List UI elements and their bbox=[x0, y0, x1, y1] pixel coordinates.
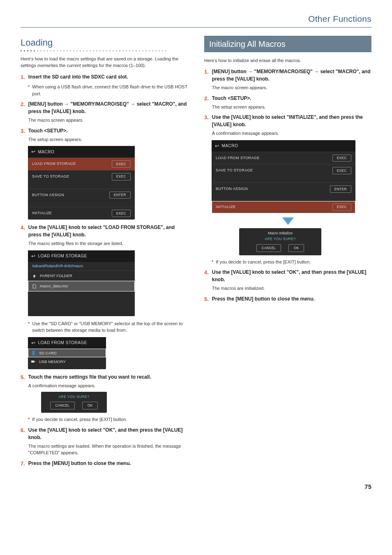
step-sub: The macro settings are loaded. When the … bbox=[28, 443, 188, 456]
panel-row: INITIALIZE EXEC bbox=[28, 207, 135, 220]
step-number: 3. bbox=[21, 127, 25, 143]
row-button: ENTER bbox=[109, 192, 131, 199]
panel-title: LOAD FROM STORAGE bbox=[38, 253, 87, 259]
note: * If you decide to cancel, press the [EX… bbox=[212, 259, 371, 266]
step: 3. Use the [VALUE] knob to select "INITI… bbox=[204, 113, 371, 137]
intro-text: Here's how to initialize and erase all t… bbox=[204, 57, 371, 64]
step: 2. [MENU] button → "MEMORY/MACRO/SEQ" → … bbox=[21, 100, 188, 124]
row-label: BUTTON ASSIGN bbox=[216, 186, 248, 192]
panel-title: MACRO bbox=[222, 143, 238, 149]
step-number: 3. bbox=[204, 113, 209, 137]
back-icon: ↩ bbox=[31, 339, 36, 347]
panel-row: INITIALIZE EXEC bbox=[212, 201, 355, 213]
step-main: Touch <SETUP>. bbox=[212, 95, 371, 102]
confirm-title: ARE YOU SURE? bbox=[239, 236, 321, 242]
step-main: Press the [MENU] button to close the men… bbox=[212, 295, 371, 303]
note: * If you decide to cancel, press the [EX… bbox=[28, 416, 188, 423]
panel-title: MACRO bbox=[38, 149, 55, 155]
step-number: 4. bbox=[204, 268, 209, 292]
step: 1. Insert the SD card into the SDXC card… bbox=[21, 73, 188, 81]
ok-button: OK bbox=[82, 402, 98, 409]
panel-row: BUTTON ASSIGN ENTER bbox=[212, 183, 355, 195]
sd-card-icon bbox=[31, 351, 36, 355]
row-label: SAVE TO STORAGE bbox=[216, 168, 253, 173]
step-number: 6. bbox=[21, 426, 25, 456]
row-label: SAVE TO STORAGE bbox=[32, 174, 69, 180]
row-button: EXEC bbox=[332, 155, 351, 162]
intro-text: Here's how to load the macro settings th… bbox=[21, 56, 188, 69]
dotted-rule bbox=[21, 50, 188, 51]
step-sub: A confirmation message appears. bbox=[212, 130, 371, 137]
step-main: Use the [VALUE] knob to select "INITIALI… bbox=[212, 113, 371, 128]
note: * When using a USB flash drive, connect … bbox=[28, 83, 188, 97]
panel-header: ↩ MACRO bbox=[28, 146, 135, 157]
right-column: Initializing All Macros Here's how to in… bbox=[204, 36, 371, 470]
usb-icon bbox=[31, 359, 36, 364]
step-sub: The macros are initialized. bbox=[212, 285, 371, 292]
list-item: USB MEMORY bbox=[28, 357, 106, 366]
step-sub: The setup screen appears. bbox=[212, 104, 371, 111]
item-label: USB MEMORY bbox=[39, 359, 66, 365]
row-label: INITIALIZE bbox=[216, 204, 236, 210]
list-item: PARENT FOLDER bbox=[28, 271, 135, 281]
file-icon bbox=[32, 284, 37, 289]
step-number: 1. bbox=[204, 68, 209, 91]
note-text: If you decide to cancel, press the [EXIT… bbox=[216, 259, 311, 266]
list-item: macro_data.rmc bbox=[28, 281, 135, 291]
panel-title: LOAD FROM STORAGE bbox=[38, 340, 87, 346]
step-main: Insert the SD card into the SDXC card sl… bbox=[28, 73, 188, 81]
step-sub: The setup screen appears. bbox=[28, 136, 188, 143]
note-text: When using a USB flash drive, connect th… bbox=[32, 83, 188, 97]
svg-rect-0 bbox=[31, 361, 34, 363]
step-number: 7. bbox=[21, 460, 25, 468]
row-label: BUTTON ASSIGN bbox=[32, 192, 64, 198]
two-column-layout: Loading Here's how to load the macro set… bbox=[21, 36, 371, 470]
page-header: Other Functions bbox=[21, 12, 371, 28]
item-label: macro_data.rmc bbox=[40, 283, 68, 289]
panel-row: BUTTON ASSIGN ENTER bbox=[28, 189, 135, 201]
row-label: LOAD FROM STORAGE bbox=[32, 161, 76, 167]
back-icon: ↩ bbox=[31, 148, 36, 155]
step-main: Touch <SETUP>. bbox=[28, 127, 188, 134]
down-arrow-icon bbox=[282, 217, 294, 225]
asterisk-icon: * bbox=[28, 83, 30, 97]
step-sub: A confirmation message appears. bbox=[28, 382, 188, 389]
item-label: PARENT FOLDER bbox=[40, 273, 72, 279]
step-main: [MENU] button → "MEMORY/MACRO/SEQ" → sel… bbox=[212, 68, 371, 83]
step-number: 4. bbox=[21, 224, 25, 247]
ui-macro-panel: ↩ MACRO LOAD FROM STORAGE EXEC SAVE TO S… bbox=[28, 146, 135, 220]
asterisk-icon: * bbox=[212, 259, 213, 266]
step-sub: The macro screen appears. bbox=[212, 84, 371, 91]
panel-header: ↩ MACRO bbox=[212, 140, 355, 152]
panel-header: ↩ LOAD FROM STORAGE bbox=[28, 337, 106, 349]
row-button: EXEC bbox=[332, 167, 351, 174]
step: 2. Touch <SETUP>. The setup screen appea… bbox=[204, 95, 371, 111]
step: 1. [MENU] button → "MEMORY/MACRO/SEQ" → … bbox=[204, 68, 371, 91]
item-label: SD CARD bbox=[39, 350, 57, 356]
section-title: Other Functions bbox=[21, 12, 371, 25]
step-number: 1. bbox=[21, 73, 25, 81]
confirm-dialog: Macro Initialize ARE YOU SURE? CANCEL OK bbox=[239, 228, 321, 255]
ui-selector-panel: ↩ LOAD FROM STORAGE SD CARD USB MEMORY bbox=[28, 337, 106, 370]
path-text: /sdcard/Roland/VR-6HD/macro bbox=[28, 262, 135, 271]
step-number: 5. bbox=[21, 373, 25, 389]
step-sub: The macro screen appears. bbox=[28, 117, 188, 124]
row-button: EXEC bbox=[112, 160, 131, 168]
row-button: EXEC bbox=[112, 173, 131, 180]
step: 5. Touch the macro settings file that yo… bbox=[21, 373, 188, 389]
asterisk-icon: * bbox=[28, 416, 30, 423]
step-main: Touch the macro settings file that you w… bbox=[28, 373, 188, 381]
asterisk-icon: * bbox=[28, 320, 30, 334]
heading-loading: Loading bbox=[21, 36, 188, 49]
back-icon: ↩ bbox=[31, 252, 36, 260]
left-column: Loading Here's how to load the macro set… bbox=[21, 36, 188, 470]
step-number: 2. bbox=[204, 95, 209, 111]
panel-row: SAVE TO STORAGE EXEC bbox=[28, 170, 135, 183]
step-main: Press the [MENU] button to close the men… bbox=[28, 460, 188, 467]
row-button: EXEC bbox=[332, 204, 351, 211]
list-item: SD CARD bbox=[28, 349, 106, 357]
note: * Use the "SD CARD" or "USB MEMORY" sele… bbox=[28, 320, 188, 334]
step: 4. Use the [VALUE] knob to select "OK", … bbox=[204, 268, 371, 292]
row-button: EXEC bbox=[112, 210, 131, 217]
step: 3. Touch <SETUP>. The setup screen appea… bbox=[21, 127, 188, 143]
